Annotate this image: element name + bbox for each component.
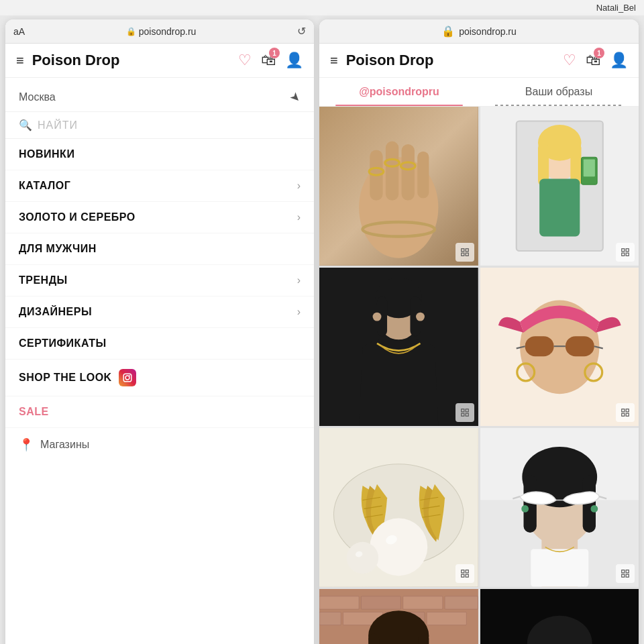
shop-the-look-label: SHOP THE LOOK: [19, 372, 112, 384]
left-panel: aA 🔒 poisondrop.ru ↺ ≡ Poison Drop ♡ 🛍 1…: [5, 19, 314, 644]
location-row[interactable]: Москва ➤: [5, 83, 314, 112]
svg-rect-41: [461, 409, 464, 412]
tabs-row: @poisondropru Ваши образы: [319, 78, 639, 107]
refresh-icon[interactable]: ↺: [297, 25, 306, 38]
nav-label-designers: ДИЗАЙНЕРЫ: [19, 306, 92, 318]
grid-icon-5: [455, 564, 474, 583]
left-url-text: poisondrop.ru: [139, 26, 197, 37]
svg-rect-98: [319, 612, 341, 625]
svg-point-2: [129, 375, 130, 376]
grid-icon-2: [616, 243, 635, 262]
gold-chevron-icon: ›: [297, 211, 301, 223]
svg-rect-104: [368, 633, 379, 644]
nav-item-novinki[interactable]: НОВИНКИ: [5, 139, 314, 170]
svg-rect-19: [466, 253, 468, 256]
font-size-control[interactable]: aA: [13, 26, 25, 37]
right-panel: 🔒 poisondrop.ru ≡ Poison Drop ♡ 🛍 1 👤 @p…: [319, 19, 639, 644]
nav-item-men[interactable]: ДЛЯ МУЖЧИН: [5, 233, 314, 265]
right-cart-wrapper[interactable]: 🛍 1: [586, 52, 600, 69]
svg-rect-90: [622, 574, 625, 577]
grid-cell-mirror-selfie[interactable]: [480, 107, 639, 266]
left-wishlist-icon[interactable]: ♡: [238, 52, 252, 69]
svg-point-67: [370, 518, 427, 576]
nav-item-designers[interactable]: ДИЗАЙНЕРЫ ›: [5, 297, 314, 328]
nav-label-novinki: НОВИНКИ: [19, 148, 74, 160]
search-placeholder: НАЙТИ: [38, 119, 78, 131]
tab-your-looks-label: Ваши образы: [525, 86, 592, 97]
left-hamburger-icon[interactable]: ≡: [16, 53, 24, 68]
svg-rect-0: [123, 374, 131, 382]
location-text: Москва: [19, 91, 56, 103]
nav-item-gold-silver[interactable]: ЗОЛОТО И СЕРЕБРО ›: [5, 202, 314, 233]
right-cart-badge: 1: [594, 48, 604, 58]
grid-icon-1: [455, 243, 474, 262]
left-nav-content: Москва ➤ 🔍 НАЙТИ НОВИНКИ КАТАЛОГ › ЗОЛОТ…: [5, 78, 314, 644]
svg-point-40: [416, 312, 425, 321]
nav-label-trends: ТРЕНДЫ: [19, 274, 68, 286]
grid-cell-earrings-pearl[interactable]: [319, 428, 478, 587]
svg-point-86: [521, 505, 529, 513]
nav-item-katalog[interactable]: КАТАЛОГ ›: [5, 170, 314, 202]
grid-cell-sunglasses-pink[interactable]: [480, 268, 639, 427]
designers-chevron-icon: ›: [297, 306, 301, 318]
grid-cell-dark-jacket[interactable]: [319, 268, 478, 427]
left-cart-wrapper[interactable]: 🛍 1: [261, 52, 276, 69]
location-arrow-icon: ➤: [286, 89, 304, 106]
nav-item-sale[interactable]: SALE: [5, 396, 314, 428]
svg-point-1: [125, 376, 129, 380]
trends-chevron-icon: ›: [297, 274, 301, 286]
left-user-icon[interactable]: 👤: [285, 52, 303, 69]
instagram-icon: [119, 369, 136, 386]
left-url-bar[interactable]: 🔒 poisondrop.ru: [25, 26, 297, 37]
tab-poisondropru[interactable]: @poisondropru: [319, 78, 479, 106]
svg-rect-9: [386, 142, 398, 201]
tab-your-looks[interactable]: Ваши образы: [479, 78, 639, 106]
nav-item-trends[interactable]: ТРЕНДЫ ›: [5, 265, 314, 297]
grid-cell-brick-girl[interactable]: [319, 589, 478, 645]
nav-label-men: ДЛЯ МУЖЧИН: [19, 243, 97, 255]
search-icon: 🔍: [19, 119, 32, 131]
grid-cell-hands-rings[interactable]: [319, 107, 478, 266]
left-browser-bar: aA 🔒 poisondrop.ru ↺: [5, 19, 314, 44]
nav-item-stores[interactable]: 📍 Магазины: [5, 428, 314, 462]
right-brand-name: Poison Drop: [346, 52, 555, 69]
svg-rect-56: [626, 409, 629, 412]
svg-rect-105: [418, 633, 429, 644]
right-hamburger-icon[interactable]: ≡: [330, 53, 338, 68]
svg-rect-74: [466, 574, 468, 577]
stores-label: Магазины: [40, 439, 89, 451]
svg-rect-89: [626, 570, 629, 572]
svg-rect-48: [525, 336, 553, 356]
sale-label: SALE: [19, 406, 49, 417]
top-bar: Natali_Bel: [0, 0, 644, 15]
left-cart-badge: 1: [269, 48, 280, 58]
username-label: Natali_Bel: [596, 3, 636, 13]
svg-rect-95: [361, 596, 400, 608]
nav-item-sertifikaty[interactable]: СЕРТИФИКАТЫ: [5, 328, 314, 360]
right-app-header: ≡ Poison Drop ♡ 🛍 1 👤: [319, 44, 639, 78]
svg-point-39: [373, 312, 382, 321]
svg-point-87: [590, 505, 598, 513]
svg-rect-49: [565, 336, 594, 356]
nav-label-sertifikaty: СЕРТИФИКАТЫ: [19, 337, 107, 350]
svg-rect-32: [622, 253, 625, 256]
svg-rect-33: [626, 253, 629, 256]
svg-rect-97: [445, 596, 478, 608]
grid-icon-3: [455, 403, 474, 422]
svg-rect-94: [319, 596, 359, 608]
grid-cell-white-sunglasses[interactable]: [480, 428, 639, 587]
left-header-icons: ♡ 🛍 1 👤: [238, 52, 303, 69]
right-wishlist-icon[interactable]: ♡: [563, 52, 576, 69]
grid-cell-black-bg[interactable]: IRECOMMEND: [480, 589, 639, 645]
svg-rect-71: [461, 570, 464, 572]
right-user-icon[interactable]: 👤: [610, 52, 628, 69]
grid-icon-4: [616, 403, 635, 422]
svg-rect-27: [539, 179, 580, 237]
nav-label-gold-silver: ЗОЛОТО И СЕРЕБРО: [19, 211, 136, 223]
search-row[interactable]: 🔍 НАЙТИ: [5, 112, 314, 139]
right-lock-icon: 🔒: [441, 25, 455, 38]
svg-rect-29: [583, 159, 594, 176]
svg-rect-31: [626, 248, 629, 251]
nav-item-shop-the-look[interactable]: SHOP THE LOOK: [5, 360, 314, 396]
svg-rect-101: [427, 612, 466, 625]
